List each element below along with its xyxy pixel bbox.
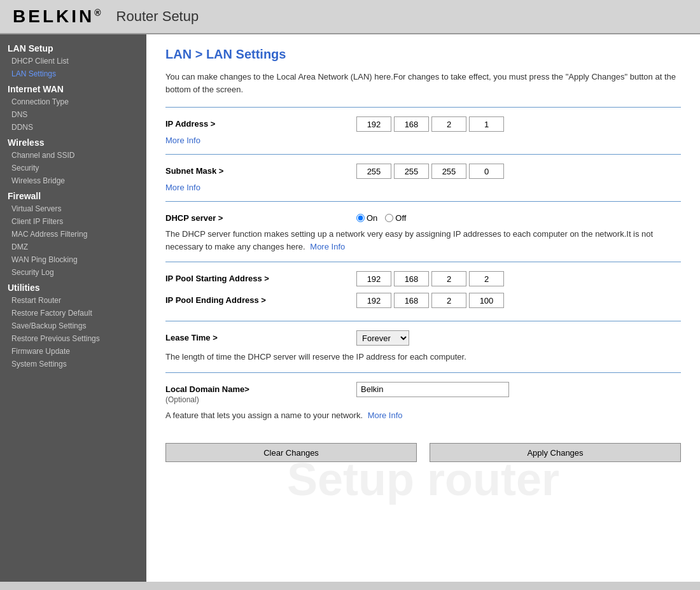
main-content: LAN > LAN Settings You can make changes … xyxy=(146,34,700,582)
pool-start-octet-3[interactable] xyxy=(431,271,466,286)
layout: LAN Setup DHCP Client List LAN Settings … xyxy=(0,34,700,582)
ip-address-more-info[interactable]: More Info xyxy=(165,136,200,145)
subnet-octet-1[interactable] xyxy=(356,164,391,179)
sidebar-item-restore-previous-settings[interactable]: Restore Previous Settings xyxy=(0,332,146,345)
dhcp-on-radio[interactable] xyxy=(356,214,365,222)
dhcp-radio-group: On Off xyxy=(356,211,406,223)
subnet-mask-row: Subnet Mask > xyxy=(165,164,681,179)
sidebar-item-ddns[interactable]: DDNS xyxy=(0,121,146,134)
ip-octet-3[interactable] xyxy=(431,116,466,132)
local-domain-optional: (Optional) xyxy=(165,395,356,404)
lease-time-row: Lease Time > Forever 1 Hour 2 Hours 4 Ho… xyxy=(165,330,681,346)
ip-pool-section: IP Pool Starting Address > IP Pool Endin… xyxy=(165,262,681,321)
sidebar-item-dhcp-client-list[interactable]: DHCP Client List xyxy=(0,55,146,67)
ip-address-row: IP Address > xyxy=(165,116,681,132)
sidebar-item-mac-address-filtering[interactable]: MAC Address Filtering xyxy=(0,228,146,241)
dhcp-server-row: DHCP server > On Off xyxy=(165,211,681,223)
ip-pool-start-row: IP Pool Starting Address > xyxy=(165,271,681,286)
sidebar-group-wireless: Wireless xyxy=(0,134,146,149)
ip-pool-end-inputs xyxy=(356,293,504,308)
ip-octet-1[interactable] xyxy=(356,116,391,132)
dhcp-off-radio[interactable] xyxy=(385,214,393,222)
sidebar-item-wan-ping-blocking[interactable]: WAN Ping Blocking xyxy=(0,253,146,266)
sidebar-group-lan-setup: LAN Setup xyxy=(0,39,146,55)
pool-end-octet-3[interactable] xyxy=(431,293,466,308)
subnet-mask-label: Subnet Mask > xyxy=(165,164,356,176)
lease-time-description: The length of time the DHCP server will … xyxy=(165,351,681,363)
ip-pool-start-inputs xyxy=(356,271,504,286)
ip-octet-2[interactable] xyxy=(394,116,429,132)
ip-address-section: IP Address > More Info xyxy=(165,107,681,154)
ip-pool-end-row: IP Pool Ending Address > xyxy=(165,293,681,308)
pool-start-octet-1[interactable] xyxy=(356,271,391,286)
pool-end-octet-1[interactable] xyxy=(356,293,391,308)
lease-time-select[interactable]: Forever 1 Hour 2 Hours 4 Hours 8 Hours 2… xyxy=(356,330,409,346)
ip-pool-start-label: IP Pool Starting Address > xyxy=(165,271,356,283)
ip-address-label: IP Address > xyxy=(165,116,356,129)
sidebar-item-wireless-bridge[interactable]: Wireless Bridge xyxy=(0,174,146,187)
sidebar-item-virtual-servers[interactable]: Virtual Servers xyxy=(0,202,146,215)
local-domain-more-info[interactable]: More Info xyxy=(368,411,403,420)
sidebar: LAN Setup DHCP Client List LAN Settings … xyxy=(0,34,146,582)
dhcp-server-label: DHCP server > xyxy=(165,211,356,223)
page-title: LAN > LAN Settings xyxy=(165,47,681,62)
sidebar-item-system-settings[interactable]: System Settings xyxy=(0,358,146,370)
local-domain-description: A feature that lets you assign a name to… xyxy=(165,409,681,422)
local-domain-label-block: Local Domain Name> (Optional) xyxy=(165,382,356,404)
sidebar-item-connection-type[interactable]: Connection Type xyxy=(0,95,146,108)
dhcp-off-label[interactable]: Off xyxy=(385,213,406,223)
pool-start-octet-4[interactable] xyxy=(469,271,504,286)
local-domain-label: Local Domain Name> xyxy=(165,382,356,394)
subnet-mask-inputs xyxy=(356,164,504,179)
sidebar-item-save-backup-settings[interactable]: Save/Backup Settings xyxy=(0,320,146,332)
dhcp-more-info[interactable]: More Info xyxy=(310,242,345,251)
sidebar-item-restore-factory-default[interactable]: Restore Factory Default xyxy=(0,307,146,320)
subnet-mask-section: Subnet Mask > More Info xyxy=(165,154,681,201)
local-domain-row: Local Domain Name> (Optional) xyxy=(165,382,681,404)
brand-logo: BELKIN® xyxy=(13,6,104,27)
sidebar-item-channel-ssid[interactable]: Channel and SSID xyxy=(0,149,146,162)
sidebar-item-security-log[interactable]: Security Log xyxy=(0,266,146,279)
subnet-octet-3[interactable] xyxy=(431,164,466,179)
sidebar-group-utilities: Utilities xyxy=(0,279,146,294)
local-domain-section: Local Domain Name> (Optional) A feature … xyxy=(165,372,681,431)
ip-octet-4[interactable] xyxy=(469,116,504,132)
sidebar-group-internet-wan: Internet WAN xyxy=(0,80,146,95)
pool-start-octet-2[interactable] xyxy=(394,271,429,286)
sidebar-item-firmware-update[interactable]: Firmware Update xyxy=(0,345,146,358)
pool-end-octet-2[interactable] xyxy=(394,293,429,308)
header: BELKIN® Router Setup xyxy=(0,0,700,34)
sidebar-item-dmz[interactable]: DMZ xyxy=(0,241,146,253)
sidebar-group-firewall: Firewall xyxy=(0,187,146,202)
page-description: You can make changes to the Local Area N… xyxy=(165,71,681,95)
dhcp-on-label[interactable]: On xyxy=(356,213,377,223)
sidebar-item-security[interactable]: Security xyxy=(0,162,146,174)
apply-changes-button[interactable]: Apply Changes xyxy=(430,443,681,462)
sidebar-item-lan-settings[interactable]: LAN Settings xyxy=(0,67,146,80)
sidebar-item-restart-router[interactable]: Restart Router xyxy=(0,294,146,307)
subnet-octet-4[interactable] xyxy=(469,164,504,179)
subnet-octet-2[interactable] xyxy=(394,164,429,179)
pool-end-octet-4[interactable] xyxy=(469,293,504,308)
button-row: Clear Changes Apply Changes xyxy=(165,443,681,462)
ip-pool-end-label: IP Pool Ending Address > xyxy=(165,293,356,305)
sidebar-item-client-ip-filters[interactable]: Client IP Filters xyxy=(0,215,146,228)
local-domain-input[interactable] xyxy=(356,382,509,397)
lease-time-label: Lease Time > xyxy=(165,330,356,342)
header-title: Router Setup xyxy=(116,8,199,25)
sidebar-item-dns[interactable]: DNS xyxy=(0,108,146,121)
subnet-mask-more-info[interactable]: More Info xyxy=(165,183,200,192)
clear-changes-button[interactable]: Clear Changes xyxy=(165,443,417,462)
dhcp-description: The DHCP server function makes setting u… xyxy=(165,228,681,253)
lease-time-section: Lease Time > Forever 1 Hour 2 Hours 4 Ho… xyxy=(165,321,681,372)
ip-address-inputs xyxy=(356,116,504,132)
dhcp-server-section: DHCP server > On Off The DHCP server fun xyxy=(165,201,681,262)
